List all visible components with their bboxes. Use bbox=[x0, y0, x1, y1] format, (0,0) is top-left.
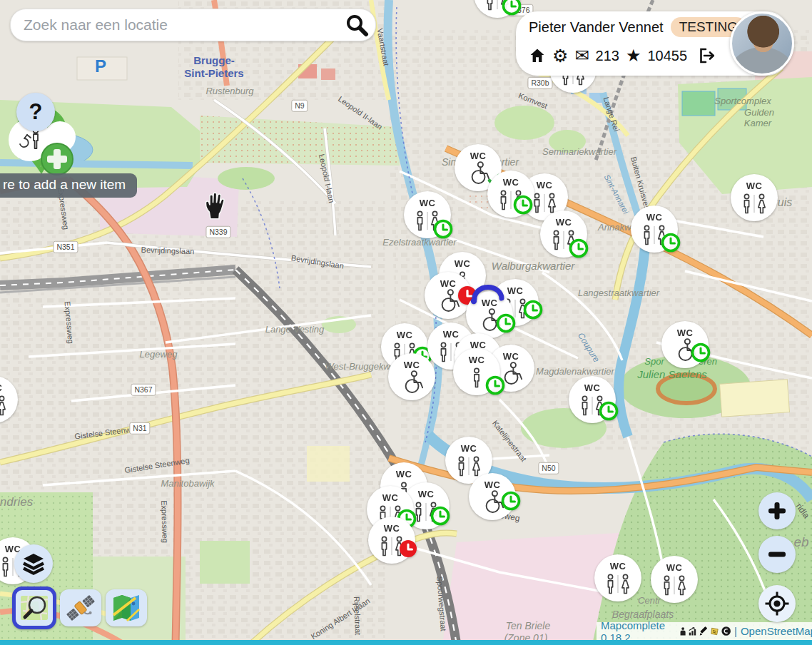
add-item-tooltip: re to add a new item bbox=[0, 173, 137, 198]
svg-text:WC: WC bbox=[469, 355, 485, 365]
osm-link[interactable]: OpenStreetMap bbox=[741, 625, 812, 637]
bottom-theme-bar bbox=[0, 640, 812, 645]
messages-count: 213 bbox=[596, 48, 619, 64]
basemap-osm-button[interactable] bbox=[12, 586, 56, 629]
mapcomplete-app: P Brugge-Sint-PietersRustenburgSint-Gill… bbox=[0, 0, 812, 645]
svg-text:WC: WC bbox=[0, 382, 2, 393]
settings-gear-icon[interactable]: ⚙ bbox=[552, 47, 568, 65]
help-label: ? bbox=[29, 99, 43, 125]
add-plus-icon bbox=[41, 143, 73, 175]
svg-text:WC: WC bbox=[484, 479, 501, 490]
user-name: Pieter Vander Vennet bbox=[529, 19, 664, 36]
statistics-icon[interactable] bbox=[679, 626, 686, 637]
user-avatar[interactable] bbox=[730, 11, 794, 76]
mapcomplete-logo-icon bbox=[711, 626, 719, 637]
layers-button[interactable] bbox=[14, 544, 53, 583]
svg-text:WC: WC bbox=[666, 562, 683, 573]
folded-map-icon bbox=[111, 594, 141, 622]
logout-icon[interactable] bbox=[698, 47, 716, 64]
changesets-count: 10455 bbox=[647, 48, 687, 64]
map-marker-layer: WCWCWCWCWCWCWCWCWCWCWCWCWCWCWCWCWCWCWCWC… bbox=[0, 0, 812, 645]
svg-text:WC: WC bbox=[610, 561, 626, 572]
svg-text:WC: WC bbox=[420, 198, 436, 208]
chart-icon[interactable] bbox=[689, 626, 698, 637]
svg-text:WC: WC bbox=[646, 212, 663, 223]
help-button[interactable]: ? bbox=[16, 93, 55, 131]
copyright-icon[interactable] bbox=[721, 625, 731, 637]
svg-text:WC: WC bbox=[584, 382, 601, 393]
zoom-out-button[interactable] bbox=[758, 536, 796, 573]
zoom-in-button[interactable] bbox=[758, 492, 796, 529]
attribution-bar: Mapcomplete 0.18.2 | OpenStreetMap bbox=[597, 622, 812, 640]
search-input[interactable] bbox=[11, 16, 342, 34]
layers-icon bbox=[21, 551, 46, 577]
svg-text:WC: WC bbox=[404, 360, 420, 370]
geolocate-button[interactable] bbox=[758, 585, 796, 622]
search-icon[interactable] bbox=[342, 11, 371, 39]
svg-text:WC: WC bbox=[397, 330, 413, 340]
svg-text:WC: WC bbox=[384, 523, 400, 534]
home-icon[interactable] bbox=[529, 47, 546, 64]
minus-icon bbox=[766, 544, 788, 565]
star-icon: ★ bbox=[626, 47, 641, 64]
svg-text:WC: WC bbox=[461, 443, 477, 454]
basemap-map-button[interactable] bbox=[106, 589, 147, 626]
basemap-satellite-button[interactable] bbox=[60, 589, 101, 626]
satellite-icon bbox=[65, 592, 96, 624]
edit-pencil-icon[interactable] bbox=[699, 626, 709, 637]
location-search-bar bbox=[10, 9, 376, 41]
plus-icon bbox=[766, 500, 788, 522]
geolocate-icon bbox=[764, 591, 790, 616]
svg-text:WC: WC bbox=[503, 177, 519, 188]
osm-carto-icon bbox=[19, 592, 50, 624]
svg-text:WC: WC bbox=[382, 492, 399, 503]
hand-cursor-icon bbox=[202, 191, 230, 221]
svg-text:WC: WC bbox=[677, 327, 694, 338]
messages-envelope-icon[interactable]: ✉ bbox=[574, 47, 589, 64]
attribution-separator: | bbox=[734, 625, 737, 637]
svg-text:WC: WC bbox=[556, 217, 572, 228]
svg-text:WC: WC bbox=[746, 181, 763, 191]
